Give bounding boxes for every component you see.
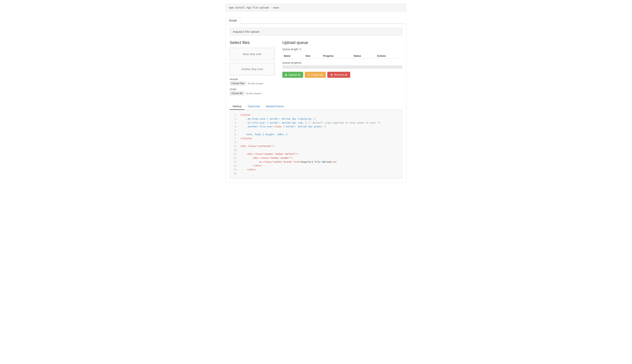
line-content: </div> bbox=[241, 168, 398, 172]
multiple-no-file: No file chosen bbox=[248, 82, 263, 85]
line-number: 14. bbox=[234, 164, 238, 168]
col-progress: Progress bbox=[322, 53, 352, 58]
line-content: <div class="navbar navbar-default"> bbox=[241, 152, 398, 156]
code-line: 6. html, body { height: 100%; } bbox=[234, 132, 398, 136]
main-panel: Angular2 File Upload Select files Base d… bbox=[226, 24, 406, 183]
queue-length: Queue length: 0 bbox=[282, 48, 402, 51]
line-number: 16. bbox=[234, 172, 238, 176]
multiple-input-wrapper: Choose Files No file chosen bbox=[230, 81, 275, 86]
code-line: 13. <a class="navbar-brand" href>Angular… bbox=[234, 160, 398, 164]
code-line: 3. .nv-file-over { border: dotted 3px re… bbox=[234, 121, 398, 125]
line-content: <div class="container"> bbox=[240, 144, 398, 148]
upload-icon: ▶ bbox=[285, 73, 287, 76]
another-drop-zone[interactable]: Another drop zone bbox=[230, 63, 275, 76]
line-content: </div> bbox=[241, 164, 398, 168]
line-content: <div class="navbar-header"> bbox=[241, 156, 398, 160]
cancel-all-button[interactable]: ✗ Cancel all bbox=[305, 72, 326, 78]
line-content: </style> bbox=[240, 136, 398, 140]
upload-queue-heading: Upload queue bbox=[282, 40, 402, 45]
line-number: 13. bbox=[234, 160, 238, 164]
cancel-icon: ✗ bbox=[308, 73, 310, 76]
code-line: 2. .my-drop-zone { border: dotted 3px li… bbox=[234, 117, 398, 121]
line-content bbox=[241, 148, 398, 152]
queue-length-label: Queue length: bbox=[282, 48, 299, 51]
code-block: 1.<style>2. .my-drop-zone { border: dott… bbox=[230, 110, 402, 179]
line-number: 1. bbox=[234, 113, 237, 117]
line-content: <a class="navbar-brand" href>Angular2 Fi… bbox=[241, 160, 398, 164]
queue-table-header: Name Size Progress Status Actions bbox=[282, 53, 402, 58]
line-number: 2. bbox=[234, 117, 237, 121]
queue-length-value: 0 bbox=[300, 48, 301, 51]
line-number: 3. bbox=[234, 121, 237, 125]
upload-all-label: Upload all bbox=[289, 73, 300, 76]
line-content bbox=[240, 129, 398, 132]
trash-icon: 🗑 bbox=[330, 73, 333, 76]
code-line: 11. <div class="navbar navbar-default"> bbox=[234, 152, 398, 156]
tab-markup[interactable]: Markup bbox=[230, 103, 245, 110]
select-files-col: Select files Base drop zone Another drop… bbox=[230, 40, 275, 98]
tab-simple[interactable]: Simple bbox=[226, 17, 240, 24]
line-number: 8. bbox=[234, 140, 237, 144]
line-content bbox=[241, 172, 398, 176]
line-number: 7. bbox=[234, 136, 237, 140]
code-line: 4. .another-file-over-class { border: do… bbox=[234, 125, 398, 129]
choose-file-button[interactable]: Choose file bbox=[230, 91, 244, 96]
panel-title: Angular2 File Upload bbox=[230, 28, 402, 36]
line-content: <style> bbox=[240, 113, 398, 117]
install-command: npm install ng2-file-upload --save bbox=[226, 4, 406, 12]
col-name: Name bbox=[282, 53, 304, 58]
single-input-wrapper: Choose file No file chosen bbox=[230, 91, 275, 96]
upload-queue-col: Upload queue Queue length: 0 Name Size P… bbox=[282, 40, 402, 98]
queue-progress-label: Queue progress: bbox=[282, 61, 402, 64]
base-drop-zone[interactable]: Base drop zone bbox=[230, 48, 275, 60]
multiple-label: Multiple bbox=[230, 78, 275, 80]
line-content: .my-drop-zone { border: dotted 3px light… bbox=[240, 117, 398, 121]
col-actions: Actions bbox=[376, 53, 402, 58]
remove-all-button[interactable]: 🗑 Remove all bbox=[327, 72, 350, 78]
code-line: 10. bbox=[234, 148, 398, 152]
line-content bbox=[240, 140, 398, 144]
single-label: Single bbox=[230, 88, 275, 90]
code-line: 14. </div> bbox=[234, 164, 398, 168]
code-tabs: Markup TypeScript Backend Demo 1.<style>… bbox=[230, 103, 402, 179]
line-number: 12. bbox=[234, 156, 238, 160]
code-line: 8. bbox=[234, 140, 398, 144]
tab-backend-demo[interactable]: Backend Demo bbox=[263, 103, 287, 110]
line-number: 9. bbox=[234, 144, 237, 148]
multiple-input-row: Multiple Choose Files No file chosen bbox=[230, 78, 275, 86]
progress-bar-outer bbox=[282, 65, 402, 69]
cancel-all-label: Cancel all bbox=[311, 73, 323, 76]
code-line: 12. <div class="navbar-header"> bbox=[234, 156, 398, 160]
line-number: 15. bbox=[234, 168, 238, 172]
line-number: 10. bbox=[234, 148, 238, 152]
code-line: 15. </div> bbox=[234, 168, 398, 172]
main-tab-nav: Simple bbox=[226, 17, 406, 24]
code-line: 9.<div class="container"> bbox=[234, 144, 398, 148]
content-row: Select files Base drop zone Another drop… bbox=[230, 40, 402, 98]
remove-all-label: Remove all bbox=[334, 73, 347, 76]
select-files-heading: Select files bbox=[230, 40, 275, 45]
line-content: .another-file-over-class { border: dotte… bbox=[240, 125, 398, 129]
queue-table: Name Size Progress Status Actions bbox=[282, 53, 402, 58]
code-line: 5. bbox=[234, 129, 398, 132]
line-content: .nv-file-over { border: dotted 3px red; … bbox=[240, 121, 398, 125]
line-number: 6. bbox=[234, 132, 237, 136]
code-line: 7.</style> bbox=[234, 136, 398, 140]
code-line: 1.<style> bbox=[234, 113, 398, 117]
line-number: 5. bbox=[234, 129, 237, 132]
line-content: html, body { height: 100%; } bbox=[240, 132, 398, 136]
code-tab-nav: Markup TypeScript Backend Demo bbox=[230, 103, 402, 110]
action-buttons: ▶ Upload all ✗ Cancel all 🗑 Remove all bbox=[282, 72, 402, 78]
line-number: 11. bbox=[234, 152, 238, 156]
line-number: 4. bbox=[234, 125, 237, 129]
tab-typescript[interactable]: TypeScript bbox=[245, 103, 263, 110]
single-no-file: No file chosen bbox=[246, 92, 261, 95]
col-status: Status bbox=[352, 53, 376, 58]
single-input-row: Single Choose file No file chosen bbox=[230, 88, 275, 96]
choose-files-button[interactable]: Choose Files bbox=[230, 81, 246, 86]
code-line: 16. bbox=[234, 172, 398, 176]
upload-all-button[interactable]: ▶ Upload all bbox=[282, 72, 303, 78]
col-size: Size bbox=[304, 53, 322, 58]
